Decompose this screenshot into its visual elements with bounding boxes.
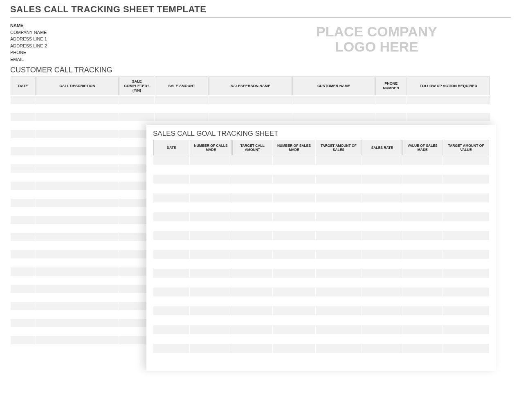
table-cell (273, 306, 315, 315)
table-cell (402, 306, 442, 315)
table-cell (36, 233, 119, 241)
table-cell (36, 182, 119, 190)
table-cell (443, 353, 489, 362)
table-row (153, 297, 489, 306)
table-row (153, 269, 489, 278)
table-cell (316, 156, 362, 165)
table-cell (362, 297, 402, 306)
table-cell (36, 242, 119, 250)
table-cell (375, 96, 406, 104)
table-cell (232, 231, 272, 240)
table-cell (443, 278, 489, 287)
table-cell (402, 353, 442, 362)
table-cell (153, 259, 189, 268)
table-cell (232, 212, 272, 221)
table-cell (36, 276, 119, 284)
table-cell (153, 325, 189, 334)
table-cell (119, 96, 154, 104)
header-row: NAME COMPANY NAME ADDRESS LINE 1 ADDRESS… (10, 22, 511, 63)
table-row (153, 222, 489, 231)
table-cell (11, 336, 36, 344)
table-cell (362, 222, 402, 231)
table-cell (316, 231, 362, 240)
table-cell (292, 96, 375, 104)
table-row (153, 165, 489, 174)
gcol-sales-rate: SALES RATE (362, 140, 402, 155)
col-phone-number: PHONE NUMBER (375, 76, 406, 95)
table-cell (190, 287, 232, 296)
table-cell (36, 302, 119, 310)
table-cell (232, 344, 272, 353)
table-cell (190, 212, 232, 221)
table-cell (11, 147, 36, 155)
table-cell (273, 231, 315, 240)
table-cell (190, 278, 232, 287)
col-date: DATE (11, 76, 36, 95)
table-row (153, 184, 489, 193)
table-cell (36, 293, 119, 301)
table-cell (11, 113, 36, 121)
table-cell (362, 203, 402, 212)
table-cell (316, 175, 362, 184)
table-row (153, 316, 489, 325)
gcol-target-sales: TARGET AMOUNT OF SALES (316, 140, 362, 155)
table-cell (11, 173, 36, 181)
table-cell (11, 310, 36, 319)
table-cell (443, 175, 489, 184)
table-cell (190, 184, 232, 193)
table-cell (232, 165, 272, 174)
table-row (153, 250, 489, 259)
table-cell (316, 306, 362, 315)
table-cell (316, 203, 362, 212)
table-row (11, 104, 490, 112)
table-cell (362, 240, 402, 249)
table-cell (362, 250, 402, 259)
table-cell (316, 193, 362, 202)
col-sale-completed: SALE COMPLETED? (Y/N) (119, 76, 154, 95)
address-line-1: ADDRESS LINE 1 (10, 36, 47, 43)
company-info-block: NAME COMPANY NAME ADDRESS LINE 1 ADDRESS… (10, 22, 47, 63)
table-cell (232, 325, 272, 334)
email-line: EMAIL (10, 56, 47, 63)
table-cell (362, 212, 402, 221)
table-cell (11, 345, 36, 353)
table-cell (153, 306, 189, 315)
table-row (153, 335, 489, 344)
table-cell (316, 165, 362, 174)
table-cell (443, 325, 489, 334)
table-cell (190, 335, 232, 344)
table-cell (155, 96, 209, 104)
table-cell (316, 212, 362, 221)
table-cell (153, 212, 189, 221)
col-customer-name: CUSTOMER NAME (292, 76, 375, 95)
table-cell (443, 269, 489, 278)
table-cell (119, 104, 154, 112)
table-cell (153, 175, 189, 184)
table-cell (11, 276, 36, 284)
table-cell (36, 328, 119, 336)
col-sale-amount: SALE AMOUNT (155, 76, 209, 95)
table-cell (402, 344, 442, 353)
table-cell (316, 344, 362, 353)
table-cell (362, 156, 402, 165)
table-cell (273, 184, 315, 193)
table-cell (375, 104, 406, 112)
table-cell (273, 269, 315, 278)
table-row (153, 212, 489, 221)
table-cell (11, 233, 36, 241)
table-cell (316, 269, 362, 278)
table-cell (190, 316, 232, 325)
table-cell (273, 175, 315, 184)
table-cell (316, 259, 362, 268)
table-row (153, 193, 489, 202)
table-cell (190, 222, 232, 231)
table-cell (292, 113, 375, 121)
table-cell (232, 222, 272, 231)
table-cell (36, 190, 119, 198)
gcol-target-value: TARGET AMOUNT OF VALUE (443, 140, 489, 155)
table-cell (316, 222, 362, 231)
table-cell (402, 335, 442, 344)
main-title: SALES CALL TRACKING SHEET TEMPLATE (10, 4, 511, 18)
table-cell (36, 285, 119, 293)
table-cell (443, 231, 489, 240)
